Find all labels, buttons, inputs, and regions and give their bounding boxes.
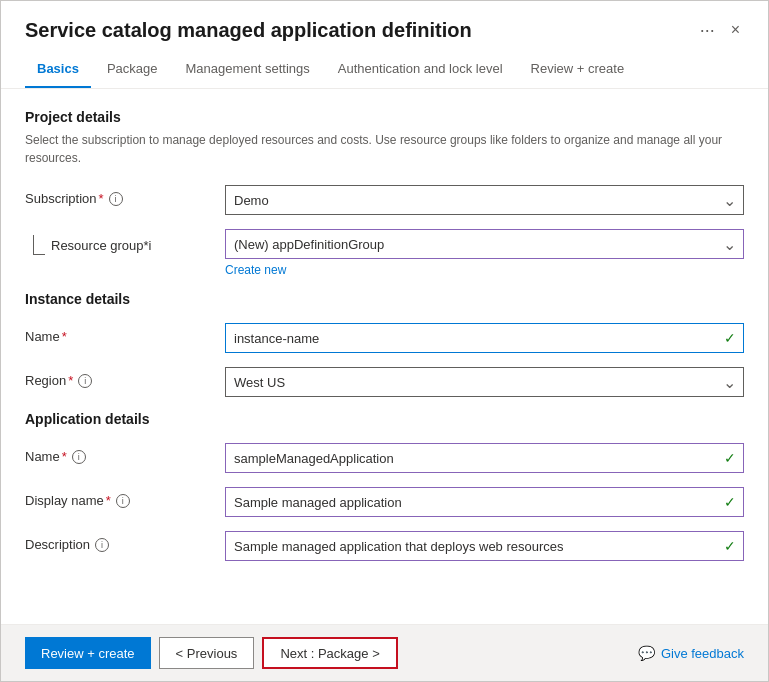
- subscription-required: *: [99, 191, 104, 206]
- more-options-icon[interactable]: ···: [700, 20, 715, 41]
- description-input[interactable]: [225, 531, 744, 561]
- project-details-desc: Select the subscription to manage deploy…: [25, 131, 744, 167]
- previous-button[interactable]: < Previous: [159, 637, 255, 669]
- display-name-control: ✓: [225, 487, 744, 517]
- review-create-button[interactable]: Review + create: [25, 637, 151, 669]
- description-label: Description i: [25, 531, 225, 552]
- instance-name-input[interactable]: [225, 323, 744, 353]
- dialog: Service catalog managed application defi…: [0, 0, 769, 682]
- feedback-icon: 💬: [638, 645, 655, 661]
- resource-group-select[interactable]: (New) appDefinitionGroup: [225, 229, 744, 259]
- app-name-label: Name * i: [25, 443, 225, 464]
- tab-review-create[interactable]: Review + create: [519, 51, 637, 88]
- app-name-row: Name * i ✓: [25, 443, 744, 473]
- resource-group-select-wrapper: (New) appDefinitionGroup: [225, 229, 744, 259]
- instance-name-required: *: [62, 329, 67, 344]
- display-name-label: Display name * i: [25, 487, 225, 508]
- tab-auth-lock[interactable]: Authentication and lock level: [326, 51, 515, 88]
- dialog-header: Service catalog managed application defi…: [1, 1, 768, 43]
- resource-group-label-container: Resource group * i: [25, 229, 225, 255]
- subscription-select[interactable]: Demo: [225, 185, 744, 215]
- close-button[interactable]: ×: [727, 17, 744, 43]
- resource-group-control: (New) appDefinitionGroup Create new: [225, 229, 744, 277]
- resource-group-row: Resource group * i (New) appDefinitionGr…: [25, 229, 744, 277]
- subscription-info-icon[interactable]: i: [109, 192, 123, 206]
- dialog-title: Service catalog managed application defi…: [25, 19, 700, 42]
- footer: Review + create < Previous Next : Packag…: [1, 624, 768, 681]
- display-name-check-icon: ✓: [724, 494, 736, 510]
- application-details-title: Application details: [25, 411, 744, 427]
- display-name-input[interactable]: [225, 487, 744, 517]
- display-name-row: Display name * i ✓: [25, 487, 744, 517]
- instance-name-label: Name *: [25, 323, 225, 344]
- subscription-control: Demo: [225, 185, 744, 215]
- app-name-input[interactable]: [225, 443, 744, 473]
- instance-name-check-icon: ✓: [724, 330, 736, 346]
- indent-line: [33, 235, 45, 255]
- next-button[interactable]: Next : Package >: [262, 637, 397, 669]
- tab-package[interactable]: Package: [95, 51, 170, 88]
- app-name-info-icon[interactable]: i: [72, 450, 86, 464]
- instance-name-control: ✓: [225, 323, 744, 353]
- tab-management-settings[interactable]: Management settings: [174, 51, 322, 88]
- tab-bar: Basics Package Management settings Authe…: [1, 51, 768, 89]
- project-details-title: Project details: [25, 109, 744, 125]
- app-name-check-icon: ✓: [724, 450, 736, 466]
- display-name-required: *: [106, 493, 111, 508]
- region-required: *: [68, 373, 73, 388]
- region-control: West US: [225, 367, 744, 397]
- instance-details-title: Instance details: [25, 291, 744, 307]
- project-details-section: Project details Select the subscription …: [25, 109, 744, 277]
- region-info-icon[interactable]: i: [78, 374, 92, 388]
- display-name-info-icon[interactable]: i: [116, 494, 130, 508]
- region-select[interactable]: West US: [225, 367, 744, 397]
- application-details-section: Application details: [25, 411, 744, 427]
- create-new-link[interactable]: Create new: [225, 263, 286, 277]
- instance-details-section: Instance details: [25, 291, 744, 307]
- form-content: Project details Select the subscription …: [1, 89, 768, 624]
- app-name-control: ✓: [225, 443, 744, 473]
- tab-basics[interactable]: Basics: [25, 51, 91, 88]
- subscription-row: Subscription * i Demo: [25, 185, 744, 215]
- description-control: ✓: [225, 531, 744, 561]
- feedback-button[interactable]: 💬 Give feedback: [638, 645, 744, 661]
- region-row: Region * i West US: [25, 367, 744, 397]
- instance-name-row: Name * ✓: [25, 323, 744, 353]
- app-name-required: *: [62, 449, 67, 464]
- subscription-label: Subscription * i: [25, 185, 225, 206]
- region-label: Region * i: [25, 367, 225, 388]
- resource-group-info-icon[interactable]: i: [149, 238, 152, 253]
- description-info-icon[interactable]: i: [95, 538, 109, 552]
- description-check-icon: ✓: [724, 538, 736, 554]
- description-row: Description i ✓: [25, 531, 744, 561]
